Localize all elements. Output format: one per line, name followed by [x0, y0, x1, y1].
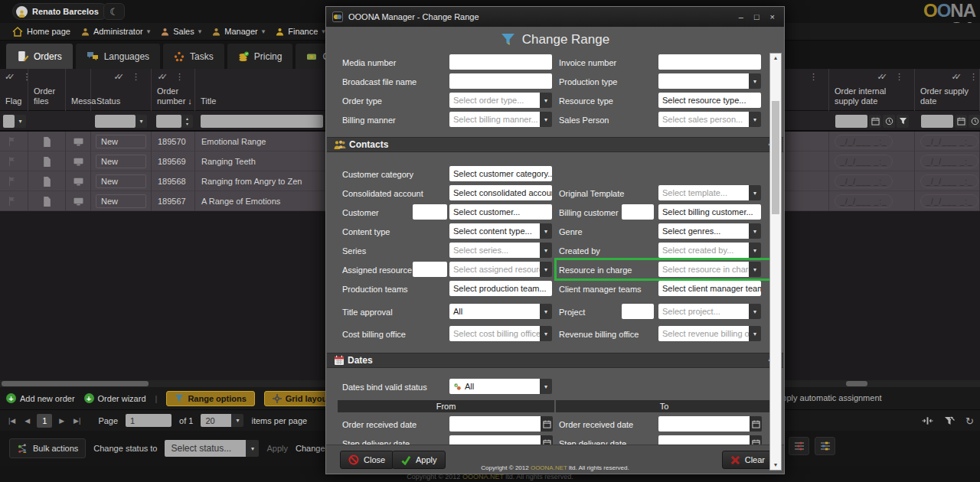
revenue-billing-office-dropdown[interactable]: Select revenue billing of...▾: [658, 326, 761, 341]
maximize-button[interactable]: □: [754, 12, 760, 21]
contacts-section-header[interactable]: Contacts ^: [327, 137, 783, 152]
column-menu-icon[interactable]: ⋮: [132, 72, 140, 82]
column-order-supply-date[interactable]: ✓✓⋮ Order supply date: [915, 69, 980, 111]
flag-icon[interactable]: [8, 177, 16, 186]
dates-bind-valid-status-dropdown[interactable]: All ▾: [449, 379, 552, 394]
select-all-icon[interactable]: ✓✓: [114, 72, 124, 82]
order-received-date-to-input[interactable]: [658, 416, 750, 432]
clock-icon[interactable]: [969, 115, 980, 128]
last-page-button[interactable]: ▶|: [71, 417, 83, 425]
message-icon[interactable]: [74, 197, 83, 206]
calendar-icon[interactable]: [869, 115, 881, 128]
message-icon[interactable]: [74, 138, 83, 146]
internal-supply-date-filter[interactable]: [835, 115, 909, 128]
column-order-number[interactable]: ✓✓⋮ Order number ↓: [152, 69, 195, 111]
column-menu-icon[interactable]: ⋮: [809, 72, 818, 82]
order-files-icon[interactable]: [43, 197, 51, 207]
consolidated-account-multiselect[interactable]: Select consolidated accoun...: [449, 185, 552, 200]
invoice-number-input[interactable]: [658, 54, 761, 70]
nav-sales[interactable]: Sales▾: [161, 27, 201, 36]
order-number-filter-input[interactable]: ▴▾: [156, 115, 193, 128]
project-dropdown[interactable]: Select project...▾: [658, 304, 761, 319]
assigned-resource-dropdown[interactable]: Select assigned resourc...▾: [449, 262, 552, 277]
clock-icon[interactable]: [883, 115, 895, 128]
content-type-dropdown[interactable]: Select content type...▾: [449, 223, 552, 239]
calendar-icon[interactable]: [541, 416, 553, 432]
dialog-titlebar[interactable]: OOONA Manager - Change Range – □ ×: [326, 7, 784, 27]
billing-customer-id-input[interactable]: [622, 204, 654, 220]
nav-finance[interactable]: Finance▾: [276, 27, 325, 36]
message-icon[interactable]: [74, 158, 83, 166]
genre-dropdown[interactable]: Select genres...▾: [658, 223, 761, 239]
client-manager-teams-multiselect[interactable]: Select client manager team...: [658, 281, 761, 296]
tab-orders[interactable]: Orders: [6, 44, 73, 69]
user-menu[interactable]: Renato Barcelos: [12, 3, 109, 20]
order-files-icon[interactable]: [43, 177, 51, 187]
calendar-icon[interactable]: [750, 435, 762, 445]
broadcast-file-name-input[interactable]: [449, 73, 552, 89]
select-all-icon[interactable]: ✓✓: [952, 72, 962, 82]
filter-icon[interactable]: [897, 115, 909, 128]
resource-type-multiselect[interactable]: Select resource type...: [658, 93, 761, 108]
original-template-dropdown[interactable]: Select template...▾: [658, 185, 761, 200]
close-window-button[interactable]: ×: [770, 12, 775, 21]
column-order-internal-supply-date[interactable]: ✓✓⋮ Order internal supply date: [829, 69, 915, 111]
range-options-button[interactable]: Range options: [166, 391, 254, 406]
spinner-up-icon[interactable]: ▴: [186, 116, 188, 122]
theme-toggle-button[interactable]: ☾: [103, 3, 125, 20]
first-page-button[interactable]: |◀: [6, 417, 18, 425]
billing-customer-multiselect[interactable]: Select billing customer...: [658, 204, 761, 220]
title-approval-dropdown[interactable]: All▾: [449, 304, 552, 319]
calendar-icon[interactable]: [541, 435, 553, 445]
status-filter-dropdown[interactable]: ▾: [95, 115, 147, 128]
current-page-button[interactable]: 1: [37, 414, 52, 428]
step-delivery-date-from-input[interactable]: [449, 435, 541, 445]
spinner-down-icon[interactable]: ▾: [186, 122, 188, 127]
calendar-icon[interactable]: [750, 416, 762, 432]
scroll-down-icon[interactable]: ▾: [774, 461, 777, 470]
customer-multiselect[interactable]: Select customer...: [449, 204, 552, 220]
scrollbar-thumb[interactable]: [846, 381, 867, 386]
step-delivery-date-to-input[interactable]: [658, 435, 750, 445]
select-all-icon[interactable]: ✓✓: [5, 72, 15, 82]
dates-section-header[interactable]: Dates ^: [327, 353, 783, 368]
order-received-date-from-input[interactable]: [449, 416, 541, 432]
assigned-resource-id-input[interactable]: [413, 262, 447, 277]
dialog-scrollbar[interactable]: ▴ ▾: [769, 53, 782, 471]
production-teams-multiselect[interactable]: Select production team...: [449, 281, 552, 296]
cost-billing-office-dropdown[interactable]: Select cost billing office...▾: [449, 326, 552, 341]
billing-manner-dropdown[interactable]: Select billing manner...▾: [449, 112, 552, 127]
media-number-input[interactable]: [449, 54, 552, 70]
nav-manager[interactable]: Manager▾: [212, 27, 265, 36]
apply-status-button[interactable]: Apply: [266, 444, 288, 453]
add-new-order-button[interactable]: + Add new order: [6, 393, 75, 403]
flag-icon[interactable]: [8, 137, 16, 146]
prev-page-button[interactable]: ◀: [22, 417, 32, 425]
column-extra[interactable]: ⋮: [785, 69, 829, 111]
calendar-icon[interactable]: [955, 115, 967, 128]
select-status-dropdown[interactable]: Select status... ▾: [165, 440, 259, 457]
nav-administrator[interactable]: Administrator▾: [81, 27, 150, 36]
sliders-icon[interactable]: [815, 437, 835, 455]
fit-columns-icon[interactable]: [922, 416, 933, 425]
order-type-dropdown[interactable]: Select order type...▾: [449, 93, 552, 108]
column-menu-icon[interactable]: ⋮: [969, 72, 978, 82]
column-flag[interactable]: ✓✓⋮ Flag: [0, 69, 28, 111]
tab-tasks[interactable]: Tasks: [163, 44, 224, 69]
minimize-button[interactable]: –: [739, 12, 743, 21]
order-files-icon[interactable]: [43, 137, 51, 147]
red-list-icon[interactable]: [789, 437, 809, 455]
scrollbar-thumb[interactable]: [2, 381, 149, 386]
scrollbar-thumb[interactable]: [772, 101, 779, 214]
production-type-dropdown[interactable]: ▾: [658, 73, 761, 89]
project-id-input[interactable]: [622, 304, 654, 319]
customer-id-input[interactable]: [413, 204, 447, 220]
column-menu-icon[interactable]: ⋮: [895, 72, 903, 82]
select-all-icon[interactable]: ✓✓: [877, 72, 887, 82]
order-wizard-button[interactable]: + Order wizard: [84, 393, 146, 403]
flag-filter-dropdown[interactable]: ▾: [3, 115, 26, 128]
created-by-dropdown[interactable]: Select created by...▾: [658, 243, 761, 258]
nav-home[interactable]: Home page: [12, 27, 70, 37]
message-icon[interactable]: [74, 177, 83, 186]
series-dropdown[interactable]: Select series...▾: [449, 243, 552, 258]
